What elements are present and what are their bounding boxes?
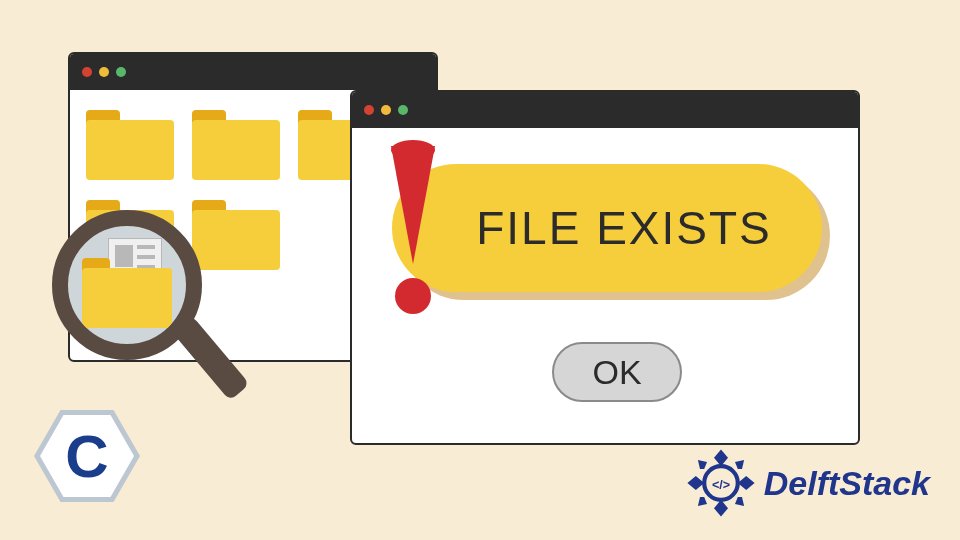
- svg-marker-4: [698, 460, 707, 469]
- magnifier-icon: [52, 210, 252, 430]
- titlebar-back: [70, 54, 436, 90]
- alert-message-pill: FILE EXISTS: [392, 164, 822, 292]
- folder-icon: [192, 110, 280, 180]
- titlebar-front: [352, 92, 858, 128]
- delftstack-text: DelftStack: [764, 464, 930, 503]
- delftstack-logo: </> DelftStack: [686, 448, 930, 518]
- close-icon[interactable]: [364, 105, 374, 115]
- minimize-icon[interactable]: [99, 67, 109, 77]
- svg-marker-5: [735, 460, 744, 469]
- c-logo-letter: C: [40, 415, 134, 497]
- svg-marker-1: [714, 500, 728, 517]
- delftstack-emblem-icon: </>: [686, 448, 756, 518]
- svg-marker-3: [738, 476, 755, 490]
- alert-message-text: FILE EXISTS: [476, 201, 772, 255]
- c-language-logo: C: [34, 410, 144, 520]
- folder-icon: [86, 110, 174, 180]
- svg-marker-7: [735, 497, 744, 506]
- exclamation-icon: [378, 146, 448, 316]
- svg-marker-0: [714, 449, 728, 466]
- ok-button-label: OK: [592, 353, 641, 392]
- minimize-icon[interactable]: [381, 105, 391, 115]
- alert-dialog-window: FILE EXISTS OK: [350, 90, 860, 445]
- svg-marker-2: [687, 476, 704, 490]
- ok-button[interactable]: OK: [552, 342, 682, 402]
- svg-marker-6: [698, 497, 707, 506]
- delft-code-text: </>: [712, 478, 730, 492]
- maximize-icon[interactable]: [398, 105, 408, 115]
- maximize-icon[interactable]: [116, 67, 126, 77]
- close-icon[interactable]: [82, 67, 92, 77]
